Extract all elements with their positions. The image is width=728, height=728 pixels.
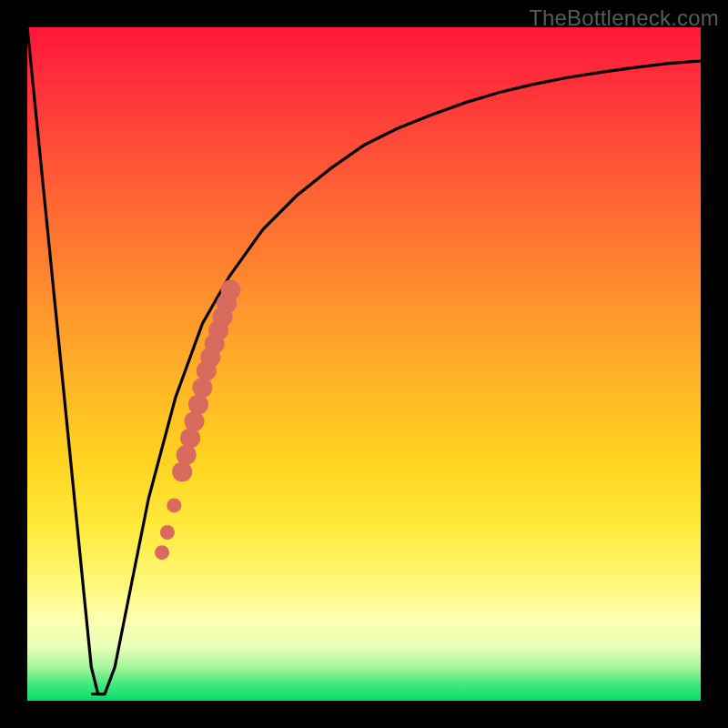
highlight-dot bbox=[180, 428, 200, 448]
highlight-dots bbox=[155, 280, 240, 561]
highlight-dot bbox=[192, 378, 212, 398]
bottleneck-curve bbox=[27, 27, 701, 694]
highlight-dot bbox=[172, 461, 192, 481]
chart-frame: TheBottleneck.com bbox=[0, 0, 728, 728]
highlight-dot bbox=[160, 525, 175, 540]
curve-layer bbox=[27, 27, 701, 701]
highlight-dot bbox=[188, 394, 208, 414]
highlight-dot bbox=[155, 545, 169, 560]
highlight-dot bbox=[185, 411, 205, 431]
highlight-dot bbox=[167, 498, 181, 512]
highlight-dot bbox=[177, 445, 197, 465]
plot-area bbox=[27, 27, 701, 701]
highlight-dot bbox=[220, 280, 240, 300]
